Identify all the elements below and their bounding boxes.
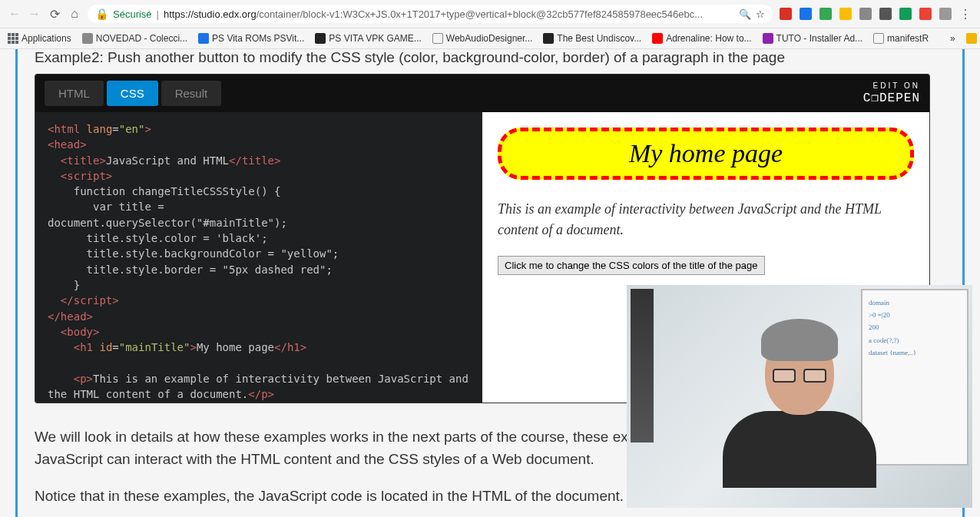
tab-html[interactable]: HTML bbox=[45, 81, 104, 106]
home-icon[interactable]: ⌂ bbox=[68, 7, 81, 21]
forward-icon[interactable]: → bbox=[28, 7, 41, 21]
bookmark-item[interactable]: NOVEDAD - Colecci... bbox=[82, 33, 187, 44]
bookmark-item[interactable]: WebAudioDesigner... bbox=[432, 33, 533, 44]
menu-icon[interactable]: ⋮ bbox=[958, 7, 972, 21]
apps-button[interactable]: Applications bbox=[8, 33, 71, 44]
apps-label: Applications bbox=[22, 33, 71, 44]
video-presenter bbox=[713, 307, 886, 508]
ext-icon-1[interactable] bbox=[779, 7, 793, 21]
ext-icon-5[interactable] bbox=[859, 7, 872, 21]
result-button[interactable]: Click me to change the CSS colors of the… bbox=[498, 256, 765, 275]
star-icon[interactable]: ☆ bbox=[756, 8, 765, 20]
bookmark-item[interactable]: TUTO - Installer Ad... bbox=[763, 33, 862, 44]
tab-result[interactable]: Result bbox=[161, 81, 222, 106]
bookmark-item[interactable]: PS VITA VPK GAME... bbox=[315, 33, 421, 44]
back-icon[interactable]: ← bbox=[8, 7, 22, 21]
bookmark-item[interactable]: PS Vita ROMs PSVit... bbox=[198, 33, 304, 44]
tab-css[interactable]: CSS bbox=[107, 81, 158, 106]
ext-icon-4[interactable] bbox=[839, 7, 853, 21]
browser-chrome: ← → ⟳ ⌂ 🔒 Sécurisé | https://studio.edx.… bbox=[0, 0, 980, 49]
ext-icon-3[interactable] bbox=[819, 7, 833, 21]
codepen-tabs: HTML CSS Result bbox=[45, 81, 221, 106]
url-text: https://studio.edx.org/container/block-v… bbox=[164, 8, 734, 20]
code-panel[interactable]: <html lang="en"> <head> <title>JavaScrip… bbox=[35, 112, 482, 403]
bookmarks-overflow[interactable]: » bbox=[950, 33, 955, 44]
url-bar[interactable]: 🔒 Sécurisé | https://studio.edx.org/cont… bbox=[88, 5, 773, 23]
ext-icon-7[interactable] bbox=[899, 7, 912, 21]
video-overlay[interactable]: domain >0 =|20 200 a code(?,?) dataset {… bbox=[627, 285, 972, 508]
zoom-icon[interactable]: 🔍 bbox=[739, 8, 751, 20]
codepen-logo[interactable]: EDIT ON C❐DEPEN bbox=[863, 81, 920, 105]
ext-icon-9[interactable] bbox=[939, 7, 952, 21]
nav-bar: ← → ⟳ ⌂ 🔒 Sécurisé | https://studio.edx.… bbox=[0, 0, 980, 28]
bookmark-item[interactable]: The Best Undiscov... bbox=[543, 33, 641, 44]
bookmarks-bar: Applications NOVEDAD - Colecci... PS Vit… bbox=[0, 28, 980, 48]
secure-label: Sécurisé bbox=[113, 8, 152, 20]
result-title: My home page bbox=[498, 128, 914, 180]
ext-icon-8[interactable] bbox=[919, 7, 932, 21]
lock-icon: 🔒 bbox=[95, 8, 108, 20]
result-paragraph: This is an example of interactivity betw… bbox=[498, 199, 914, 240]
ext-icon-2[interactable] bbox=[799, 7, 813, 21]
ext-icon-6[interactable] bbox=[879, 7, 892, 21]
bookmark-item[interactable]: Adrenaline: How to... bbox=[652, 33, 751, 44]
example-title: Example2: Push another button to modify … bbox=[35, 49, 930, 66]
codepen-header: HTML CSS Result EDIT ON C❐DEPEN bbox=[35, 75, 929, 112]
apps-icon bbox=[8, 33, 18, 44]
reload-icon[interactable]: ⟳ bbox=[48, 7, 61, 21]
bookmark-item[interactable]: manifestR bbox=[873, 33, 929, 44]
other-bookmarks[interactable]: Autres favori bbox=[966, 33, 980, 44]
